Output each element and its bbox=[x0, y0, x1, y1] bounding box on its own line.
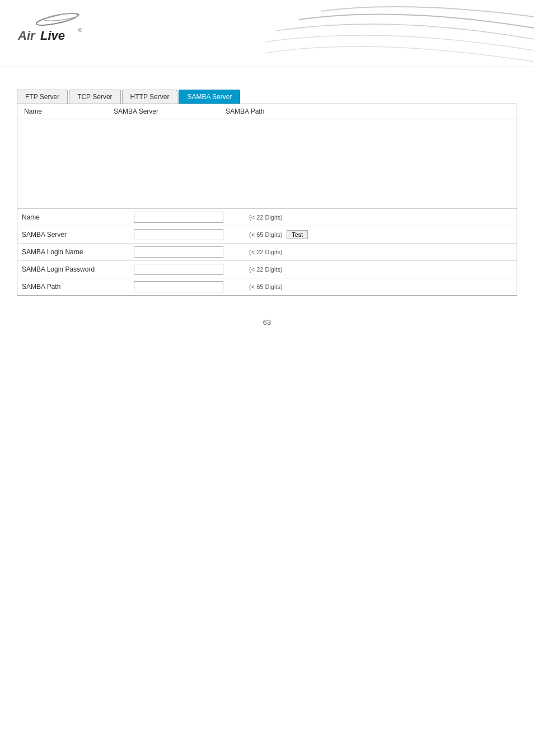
page-number: 63 bbox=[17, 318, 517, 326]
form-row-name: Name (< 22 Digits) bbox=[17, 209, 517, 226]
label-samba-server: SAMBA Server bbox=[22, 231, 134, 239]
table-header: Name SAMBA Server SAMBA Path bbox=[17, 104, 517, 119]
hint-samba-login-password: (< 22 Digits) bbox=[246, 266, 512, 273]
input-samba-server[interactable] bbox=[134, 229, 223, 240]
col-samba-path: SAMBA Path bbox=[223, 106, 512, 116]
label-samba-login-name: SAMBA Login Name bbox=[22, 248, 134, 256]
input-samba-login-name[interactable] bbox=[134, 246, 223, 258]
samba-list bbox=[17, 119, 517, 209]
form-row-samba-login-name: SAMBA Login Name (< 22 Digits) bbox=[17, 244, 517, 261]
samba-panel: Name SAMBA Server SAMBA Path Name (< 22 … bbox=[17, 104, 517, 296]
test-button[interactable]: Test bbox=[287, 230, 308, 239]
tab-ftp[interactable]: FTP Server bbox=[17, 90, 68, 104]
input-samba-login-password[interactable] bbox=[134, 264, 223, 275]
svg-text:®: ® bbox=[78, 27, 82, 33]
input-samba-path[interactable] bbox=[134, 281, 223, 292]
svg-text:Live: Live bbox=[40, 29, 65, 43]
svg-point-1 bbox=[44, 12, 80, 22]
hint-samba-login-name: (< 22 Digits) bbox=[246, 249, 512, 255]
header: Air Live ® bbox=[0, 0, 534, 67]
label-samba-login-password: SAMBA Login Password bbox=[22, 265, 134, 273]
logo-svg: Air Live ® bbox=[17, 10, 106, 49]
tabs-container: FTP Server TCP Server HTTP Server SAMBA … bbox=[17, 90, 517, 104]
logo: Air Live ® bbox=[17, 10, 106, 51]
col-samba-server: SAMBA Server bbox=[111, 106, 223, 116]
main-content: FTP Server TCP Server HTTP Server SAMBA … bbox=[0, 67, 534, 343]
samba-server-hint-area: (< 65 Digits) Test bbox=[246, 230, 512, 240]
input-name[interactable] bbox=[134, 212, 223, 223]
label-samba-path: SAMBA Path bbox=[22, 283, 134, 291]
tab-samba[interactable]: SAMBA Server bbox=[179, 90, 240, 104]
col-name: Name bbox=[22, 106, 111, 116]
form-row-samba-login-password: SAMBA Login Password (< 22 Digits) bbox=[17, 261, 517, 278]
label-name: Name bbox=[22, 213, 134, 221]
svg-text:Air: Air bbox=[17, 29, 36, 43]
form-row-samba-server: SAMBA Server (< 65 Digits) Test bbox=[17, 226, 517, 244]
form-section: Name (< 22 Digits) SAMBA Server (< 65 Di… bbox=[17, 209, 517, 295]
hint-name: (< 22 Digits) bbox=[246, 214, 512, 221]
tab-http[interactable]: HTTP Server bbox=[122, 90, 178, 104]
hint-samba-server: (< 65 Digits) bbox=[246, 231, 283, 238]
header-decoration bbox=[265, 0, 534, 67]
tab-tcp[interactable]: TCP Server bbox=[69, 90, 120, 104]
form-row-samba-path: SAMBA Path (< 65 Digits) bbox=[17, 278, 517, 295]
hint-samba-path: (< 65 Digits) bbox=[246, 283, 512, 290]
